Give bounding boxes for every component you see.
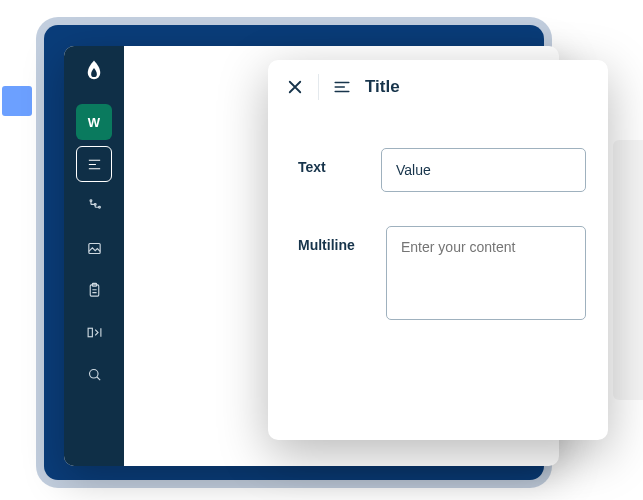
sidebar-item-workspace[interactable]: W (76, 104, 112, 140)
svg-rect-6 (88, 328, 92, 337)
sidebar-item-clipboard[interactable] (76, 272, 112, 308)
multiline-label: Multiline (298, 226, 368, 253)
search-icon (86, 366, 103, 383)
close-icon[interactable] (286, 78, 304, 96)
sidebar-item-structure[interactable] (76, 188, 112, 224)
sidebar-item-images[interactable] (76, 230, 112, 266)
panel-header: Title (268, 60, 608, 114)
ghost-shadow (613, 140, 643, 400)
header-divider (318, 74, 319, 100)
workspace-badge: W (88, 115, 100, 130)
app-logo-icon (79, 58, 109, 88)
row-multiline: Multiline (268, 226, 608, 320)
text-input[interactable] (381, 148, 586, 192)
svg-point-7 (89, 369, 98, 378)
svg-rect-3 (88, 243, 99, 253)
clipboard-icon (86, 282, 103, 299)
edit-panel: Title Text Multiline (268, 60, 608, 440)
sidebar-item-collapse[interactable] (76, 314, 112, 350)
text-lines-icon (86, 156, 103, 173)
tree-icon (86, 198, 103, 215)
panel-title: Title (365, 77, 400, 97)
collapse-icon (86, 324, 103, 341)
decorative-square (2, 86, 32, 116)
sidebar-item-search[interactable] (76, 356, 112, 392)
sidebar: W (64, 46, 124, 466)
multiline-input[interactable] (386, 226, 586, 320)
svg-point-0 (90, 199, 92, 201)
row-text: Text (268, 148, 608, 192)
sidebar-item-text[interactable] (76, 146, 112, 182)
image-icon (86, 240, 103, 257)
text-label: Text (298, 148, 363, 175)
title-lines-icon (333, 80, 351, 94)
